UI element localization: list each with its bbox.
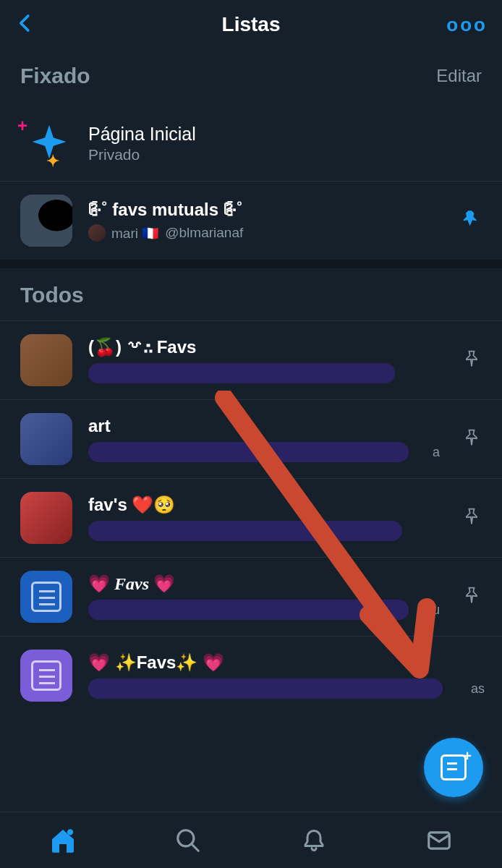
list-item-title: 💗 ✨Favs✨ 💗 (88, 652, 482, 673)
list-thumbnail (20, 413, 72, 465)
document-icon (31, 582, 61, 612)
document-icon (31, 660, 61, 691)
list-item-body: 💗 ✨Favs✨ 💗 as (88, 652, 482, 699)
section-gap (0, 260, 502, 268)
pinned-item-text: Página Inicial Privado (88, 124, 196, 163)
list-thumbnail (20, 571, 72, 623)
all-lists-container: (🍒) ꒷∴ Favs art a fav's ❤️🥺 (0, 320, 502, 715)
list-item-title: fav's ❤️🥺 (88, 495, 437, 515)
pin-icon[interactable] (461, 349, 482, 372)
page-title: Listas (222, 13, 281, 36)
list-row[interactable]: fav's ❤️🥺 (0, 479, 502, 558)
edit-button[interactable]: Editar (436, 66, 482, 86)
redacted-author (88, 678, 443, 699)
list-item-title: 💗 Favs 💗 (88, 574, 437, 594)
redacted-author (88, 600, 409, 620)
more-options-icon[interactable]: ooo (446, 14, 488, 36)
list-row[interactable]: (🍒) ꒷∴ Favs (0, 321, 502, 400)
pinned-label: Fixado (20, 64, 90, 88)
pin-icon[interactable] (461, 209, 482, 232)
header-bar: Listas ooo (0, 0, 502, 49)
pin-icon[interactable] (461, 506, 482, 529)
list-thumbnail (20, 650, 72, 702)
new-list-icon (441, 754, 467, 780)
new-list-fab[interactable] (424, 738, 483, 797)
redacted-author (88, 363, 395, 383)
pinned-item-home[interactable]: + ✦ Página Inicial Privado (0, 106, 502, 181)
list-item-title: (🍒) ꒷∴ Favs (88, 337, 437, 357)
author-name: mari 🇫🇷 (111, 225, 159, 242)
redacted-author (88, 442, 409, 462)
bottom-tab-bar (0, 812, 502, 868)
redacted-author (88, 521, 402, 541)
peek-text: ou (425, 603, 440, 618)
list-thumbnail (20, 195, 72, 247)
pinned-item-title: Página Inicial (88, 124, 196, 145)
pin-icon[interactable] (461, 585, 482, 608)
author-avatar (88, 224, 106, 242)
sparkle-icon: + ✦ (20, 117, 72, 169)
author-handle: @blmarianaf (165, 225, 243, 241)
list-item-author: mari 🇫🇷 @blmarianaf (88, 224, 437, 242)
list-row[interactable]: 💗 ✨Favs✨ 💗 as (0, 637, 502, 715)
pinned-item-subtitle: Privado (88, 146, 196, 163)
tab-search-icon[interactable] (174, 826, 203, 855)
list-item-body: (🍒) ꒷∴ Favs (88, 337, 437, 383)
list-row[interactable]: art a (0, 400, 502, 479)
peek-text: a (433, 445, 440, 460)
back-icon[interactable] (14, 12, 36, 37)
pin-icon[interactable] (461, 427, 482, 451)
list-item-body: art a (88, 416, 437, 462)
tab-home-icon[interactable] (48, 826, 77, 855)
pinned-item-favs-mutuals[interactable]: ༊·˚ favs mutuals ༊·˚ mari 🇫🇷 @blmarianaf (0, 182, 502, 260)
svg-point-0 (67, 829, 73, 835)
list-thumbnail (20, 492, 72, 544)
tab-messages-icon[interactable] (425, 826, 454, 855)
list-item-title: art (88, 416, 437, 436)
tab-notifications-icon[interactable] (299, 826, 328, 855)
list-item-body: ༊·˚ favs mutuals ༊·˚ mari 🇫🇷 @blmarianaf (88, 200, 437, 242)
peek-text: as (471, 681, 485, 697)
all-section-header: Todos (0, 268, 502, 320)
pinned-section-header: Fixado Editar (0, 49, 502, 106)
list-item-body: 💗 Favs 💗 ou (88, 574, 437, 620)
all-label: Todos (20, 283, 84, 307)
list-item-title: ༊·˚ favs mutuals ༊·˚ (88, 200, 437, 220)
list-item-body: fav's ❤️🥺 (88, 495, 437, 541)
list-thumbnail (20, 334, 72, 386)
list-row[interactable]: 💗 Favs 💗 ou (0, 558, 502, 637)
